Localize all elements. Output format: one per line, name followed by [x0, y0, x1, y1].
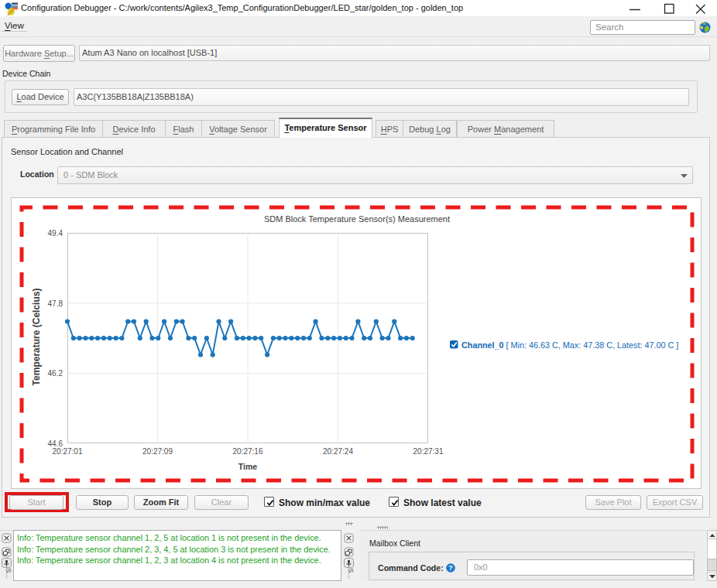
svg-text:20:27:09: 20:27:09	[142, 447, 173, 456]
svg-text:20:27:16: 20:27:16	[233, 447, 263, 456]
svg-text:20:27:31: 20:27:31	[413, 447, 444, 456]
svg-text:47.8: 47.8	[48, 299, 63, 308]
svg-text:49.4: 49.4	[48, 229, 63, 238]
svg-text:SDM Block Temperature Sensor(s: SDM Block Temperature Sensor(s) Measurem…	[264, 214, 450, 224]
svg-text:46.2: 46.2	[48, 369, 63, 378]
svg-text:20:27:01: 20:27:01	[53, 447, 83, 456]
svg-text:20:27:24: 20:27:24	[323, 447, 353, 456]
svg-text:Channel_0 [ Min: 46.63 C, Max:: Channel_0 [ Min: 46.63 C, Max: 47.38 C, …	[461, 340, 678, 350]
svg-text:44.6: 44.6	[48, 439, 63, 448]
svg-text:?: ?	[448, 564, 453, 572]
svg-text:Time: Time	[238, 462, 257, 471]
svg-text:Temperature (Celcius): Temperature (Celcius)	[31, 289, 42, 386]
